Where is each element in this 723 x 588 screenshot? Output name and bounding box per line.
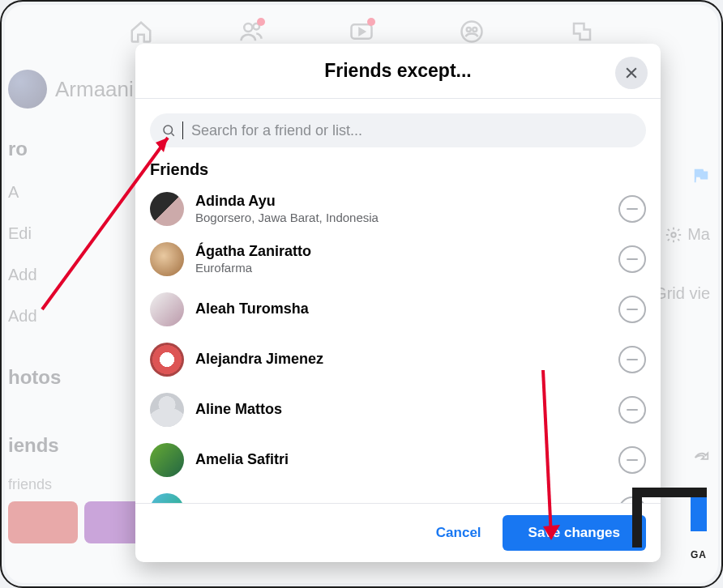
friend-avatar[interactable]	[150, 292, 184, 326]
friend-avatar[interactable]	[150, 393, 184, 427]
notification-dot-icon	[367, 18, 375, 26]
friends-list: Adinda AyuBogorsero, Jawa Barat, Indones…	[135, 184, 661, 503]
text-cursor	[182, 121, 183, 139]
friend-row[interactable]: Ana Flávia Bessa	[150, 485, 646, 503]
friend-row[interactable]: Adinda AyuBogorsero, Jawa Barat, Indones…	[150, 184, 646, 234]
photo-thumb[interactable]	[8, 501, 78, 543]
svg-point-6	[671, 232, 676, 237]
flag-icon[interactable]	[692, 167, 710, 185]
svg-point-0	[244, 23, 252, 32]
friend-text: Ágatha ZanirattoEurofarma	[195, 243, 607, 275]
exclude-friend-button[interactable]	[618, 396, 646, 424]
svg-point-5	[473, 28, 477, 32]
friend-text: Aleah Turomsha	[195, 300, 607, 318]
friend-text: Alejandra Jimenez	[195, 351, 607, 369]
friend-name-label: Adinda Ayu	[195, 193, 607, 211]
close-icon	[623, 65, 640, 81]
profile-avatar[interactable]	[8, 70, 47, 109]
friend-avatar[interactable]	[150, 343, 184, 377]
manage-button[interactable]: Ma	[665, 225, 710, 244]
friend-row[interactable]: Alejandra Jimenez	[150, 334, 646, 385]
search-input[interactable]	[191, 122, 635, 139]
exclude-friend-button[interactable]	[618, 446, 646, 474]
friend-avatar[interactable]	[150, 493, 184, 503]
modal-footer: Cancel Save changes	[135, 503, 661, 562]
exclude-friend-button[interactable]	[618, 346, 646, 373]
friend-avatar[interactable]	[150, 443, 184, 477]
friend-name-label: Aleah Turomsha	[195, 300, 607, 318]
friend-subtitle-label: Bogorsero, Jawa Barat, Indonesia	[195, 211, 607, 225]
close-button[interactable]	[615, 57, 648, 89]
friend-name-label: Ágatha Zaniratto	[195, 243, 607, 261]
friend-name-label: Alejandra Jimenez	[195, 351, 607, 369]
cancel-button[interactable]: Cancel	[430, 517, 488, 549]
modal-header: Friends except...	[135, 44, 661, 99]
friend-avatar[interactable]	[150, 192, 184, 226]
search-container	[135, 99, 661, 156]
search-field[interactable]	[150, 113, 646, 147]
friend-text: Amelia Safitri	[195, 451, 607, 469]
share-icon[interactable]	[692, 449, 710, 467]
exclude-friend-button[interactable]	[618, 195, 646, 223]
exclude-friend-button[interactable]	[618, 245, 646, 273]
friend-name-label: Aline Mattos	[195, 401, 607, 419]
svg-point-11	[164, 126, 173, 134]
friend-row[interactable]: Aline Mattos	[150, 385, 646, 435]
notification-dot-icon	[257, 18, 265, 26]
modal-title: Friends except...	[324, 60, 472, 82]
friend-row[interactable]: Ágatha ZanirattoEurofarma	[150, 234, 646, 284]
search-icon	[161, 123, 176, 138]
exclude-friend-button[interactable]	[618, 296, 646, 323]
friends-section-title: Friends	[135, 156, 661, 184]
friend-text: Aline Mattos	[195, 401, 607, 419]
svg-point-4	[467, 28, 471, 32]
friend-subtitle-label: Eurofarma	[195, 261, 607, 275]
friend-name-label: Amelia Safitri	[195, 451, 607, 469]
watermark: GA	[632, 488, 707, 548]
svg-point-3	[462, 22, 482, 42]
friend-text: Adinda AyuBogorsero, Jawa Barat, Indones…	[195, 193, 607, 225]
friend-avatar[interactable]	[150, 242, 184, 276]
save-changes-button[interactable]: Save changes	[503, 515, 646, 551]
friend-row[interactable]: Aleah Turomsha	[150, 284, 646, 334]
friends-except-modal: Friends except... Friends Adinda AyuBogo…	[135, 44, 661, 562]
friend-row[interactable]: Amelia Safitri	[150, 435, 646, 485]
